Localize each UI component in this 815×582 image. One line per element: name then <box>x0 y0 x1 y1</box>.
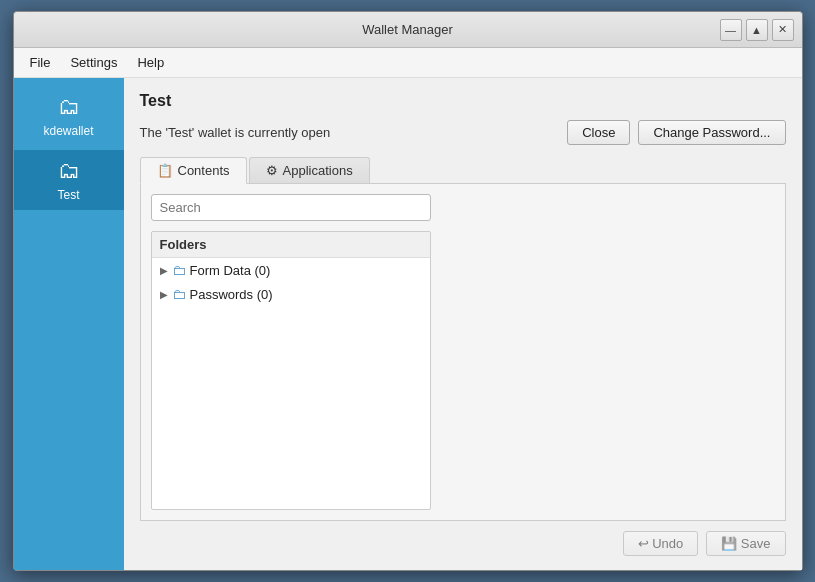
test-icon: 🗂 <box>58 158 80 184</box>
menubar: File Settings Help <box>14 48 802 78</box>
wallet-status-text: The 'Test' wallet is currently open <box>140 125 331 140</box>
chevron-right-icon-passwords: ▶ <box>160 289 168 300</box>
undo-label: Undo <box>652 536 683 551</box>
chevron-right-icon: ▶ <box>160 265 168 276</box>
menu-settings[interactable]: Settings <box>62 52 125 73</box>
folders-header: Folders <box>152 232 430 258</box>
kdewallet-icon: 🗂 <box>58 94 80 120</box>
folder-item-passwords[interactable]: ▶ 🗀 Passwords (0) <box>152 282 430 306</box>
folder-label-form-data: Form Data (0) <box>190 263 271 278</box>
tab-contents[interactable]: 📋 Contents <box>140 157 247 184</box>
search-input[interactable] <box>151 194 431 221</box>
content-area: Test The 'Test' wallet is currently open… <box>124 78 802 570</box>
sidebar: 🗂 kdewallet 🗂 Test <box>14 78 124 570</box>
menu-file[interactable]: File <box>22 52 59 73</box>
close-wallet-button[interactable]: Close <box>567 120 630 145</box>
change-password-button[interactable]: Change Password... <box>638 120 785 145</box>
applications-tab-icon: ⚙ <box>266 163 278 178</box>
folder-icon-form-data: 🗀 <box>172 262 186 278</box>
close-button[interactable]: ✕ <box>772 19 794 41</box>
maximize-button[interactable]: ▲ <box>746 19 768 41</box>
folder-label-passwords: Passwords (0) <box>190 287 273 302</box>
undo-button[interactable]: ↩ Undo <box>623 531 699 556</box>
folders-box: Folders ▶ 🗀 Form Data (0) ▶ 🗀 Passwords … <box>151 231 431 510</box>
save-icon: 💾 <box>721 536 737 551</box>
save-button[interactable]: 💾 Save <box>706 531 785 556</box>
tabs: 📋 Contents ⚙ Applications <box>140 157 786 184</box>
page-title: Test <box>140 92 786 110</box>
window-title: Wallet Manager <box>362 22 453 37</box>
folder-icon-passwords: 🗀 <box>172 286 186 302</box>
kdewallet-label: kdewallet <box>43 124 93 138</box>
titlebar: Wallet Manager — ▲ ✕ <box>14 12 802 48</box>
menu-help[interactable]: Help <box>129 52 172 73</box>
bottom-buttons: ↩ Undo 💾 Save <box>140 531 786 556</box>
wallet-status-bar: The 'Test' wallet is currently open Clos… <box>140 120 786 145</box>
tab-applications[interactable]: ⚙ Applications <box>249 157 370 183</box>
tab-contents-label: Contents <box>178 163 230 178</box>
save-label: Save <box>741 536 771 551</box>
sidebar-item-kdewallet[interactable]: 🗂 kdewallet <box>14 86 124 146</box>
undo-icon: ↩ <box>638 536 649 551</box>
contents-tab-icon: 📋 <box>157 163 173 178</box>
minimize-button[interactable]: — <box>720 19 742 41</box>
wallet-manager-window: Wallet Manager — ▲ ✕ File Settings Help … <box>13 11 803 571</box>
folder-item-form-data[interactable]: ▶ 🗀 Form Data (0) <box>152 258 430 282</box>
test-label: Test <box>57 188 79 202</box>
status-buttons: Close Change Password... <box>567 120 785 145</box>
sidebar-item-test[interactable]: 🗂 Test <box>14 150 124 210</box>
panel: Folders ▶ 🗀 Form Data (0) ▶ 🗀 Passwords … <box>140 184 786 521</box>
tab-applications-label: Applications <box>283 163 353 178</box>
main-layout: 🗂 kdewallet 🗂 Test Test The 'Test' walle… <box>14 78 802 570</box>
titlebar-controls: — ▲ ✕ <box>720 19 794 41</box>
